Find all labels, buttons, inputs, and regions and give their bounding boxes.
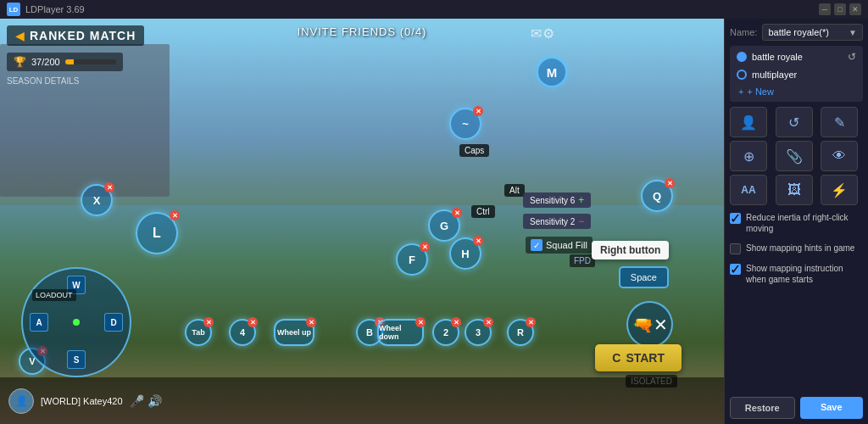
sensitivity-6-label: Sensitivity 6 + <box>523 192 591 208</box>
profile-select[interactable]: battle royale(*) ▼ <box>762 24 863 41</box>
score-fill <box>65 59 75 64</box>
close-tab-icon[interactable]: ✕ <box>203 317 214 327</box>
refresh-profile-icon[interactable]: ↺ <box>848 51 856 63</box>
weapon-circle[interactable]: 🔫 ✕ <box>626 301 673 348</box>
radio-multiplayer[interactable] <box>737 70 747 80</box>
profile-multiplayer[interactable]: multiplayer <box>733 68 860 81</box>
checkbox-reduce-inertia: ✓ Reduce inertia of right-click moving <box>730 210 863 236</box>
text-icon-cell[interactable]: AA <box>730 175 767 205</box>
l-key[interactable]: L ✕ <box>136 212 178 254</box>
icon-grid: 👤 ↺ ✎ ⊕ 📎 👁 AA 🖼 ⚡ <box>730 107 863 205</box>
alt-label: Alt <box>504 184 525 197</box>
squad-fill-checkbox[interactable]: ✓ <box>531 239 542 251</box>
save-button[interactable]: Save <box>800 397 864 419</box>
close-r-icon[interactable]: ✕ <box>526 317 536 327</box>
gear-icon[interactable]: ⚙ <box>542 25 563 46</box>
show-hints-checkbox[interactable] <box>730 243 741 254</box>
x-key[interactable]: X ✕ <box>81 184 113 216</box>
s-key[interactable]: S <box>67 350 86 369</box>
loadout-circle: W A S D <box>21 267 131 377</box>
invite-friends: INVITE FRIENDS (0/4) <box>298 25 427 38</box>
new-profile-button[interactable]: + + New <box>733 85 860 98</box>
m-key[interactable]: M <box>537 57 567 87</box>
close-q-icon[interactable]: ✕ <box>665 178 675 188</box>
profile-options: battle royale ↺ multiplayer + + New <box>730 46 863 102</box>
g-key[interactable]: G ✕ <box>428 209 460 242</box>
close-button[interactable]: ✕ <box>849 3 861 15</box>
battle-royale-label: battle royale <box>752 52 803 62</box>
bolt-icon-cell[interactable]: ⚡ <box>821 175 858 205</box>
caps-label: Caps <box>459 144 489 157</box>
c-start-button[interactable]: C START <box>595 344 682 371</box>
three-key[interactable]: 3 ✕ <box>465 319 492 346</box>
plus-icon: + <box>738 86 743 97</box>
reduce-inertia-label: Reduce inertia of right-click moving <box>746 212 863 234</box>
season-details: SEASON DETAILS <box>7 76 79 86</box>
f-key[interactable]: F ✕ <box>396 243 428 276</box>
four-key[interactable]: 4 ✕ <box>229 319 256 346</box>
close-x-icon[interactable]: ✕ <box>104 182 114 192</box>
checkbox-show-instruction: ✓ Show mapping instruction when game sta… <box>730 261 863 287</box>
show-instruction-checkbox[interactable]: ✓ <box>730 264 741 275</box>
weapon-icon: 🔫 <box>632 315 654 335</box>
right-panel: Name: battle royale(*) ▼ battle royale ↺… <box>724 19 868 424</box>
close-two-icon[interactable]: ✕ <box>451 317 461 327</box>
start-label: START <box>626 351 665 365</box>
close-g-icon[interactable]: ✕ <box>452 208 462 218</box>
close-four-icon[interactable]: ✕ <box>248 317 258 327</box>
game-header: ◀ RANKED MATCH <box>7 25 144 46</box>
close-weapon-icon[interactable]: ✕ <box>654 315 668 335</box>
clip-icon-cell[interactable]: 📎 <box>776 141 813 171</box>
restore-button[interactable]: Restore <box>730 397 795 419</box>
volume-icon[interactable]: 🔊 <box>147 394 162 408</box>
close-tilde-icon[interactable]: ✕ <box>473 106 483 116</box>
panel-footer: Restore Save <box>730 397 863 419</box>
close-l-icon[interactable]: ✕ <box>170 210 180 220</box>
h-key[interactable]: H ✕ <box>449 237 481 270</box>
envelope-icon[interactable]: ✉ <box>531 25 542 42</box>
close-wheeldown-icon[interactable]: ✕ <box>415 317 426 327</box>
d-key[interactable]: D <box>104 313 123 332</box>
crosshair-icon-cell[interactable]: ⊕ <box>730 141 767 171</box>
close-f-icon[interactable]: ✕ <box>420 242 430 252</box>
game-area: ◀ RANKED MATCH 🏆 37/200 SEASON DETAILS I… <box>0 19 724 424</box>
mic-icon[interactable]: 🎤 <box>130 394 144 408</box>
pencil-icon-cell[interactable]: ✎ <box>821 107 858 137</box>
titlebar: LD LDPlayer 3.69 ─ □ ✕ <box>0 0 868 19</box>
trophy-icon: 🏆 <box>14 56 26 68</box>
multiplayer-label: multiplayer <box>752 70 797 80</box>
close-wheelup-icon[interactable]: ✕ <box>306 317 316 327</box>
q-key[interactable]: Q ✕ <box>641 180 673 212</box>
tilde-key[interactable]: ~ ✕ <box>449 108 481 140</box>
wheel-down-key[interactable]: Wheel down ✕ <box>377 319 424 346</box>
squad-fill-row: ✓ Squad Fill <box>526 237 593 254</box>
minimize-button[interactable]: ─ <box>819 3 831 15</box>
hud-icons: 🎤 🔊 <box>130 394 162 408</box>
ranked-badge: ◀ RANKED MATCH <box>7 25 144 46</box>
r-key[interactable]: R ✕ <box>507 319 534 346</box>
close-h-icon[interactable]: ✕ <box>473 236 483 246</box>
maximize-button[interactable]: □ <box>834 3 846 15</box>
person-icon-cell[interactable]: 👤 <box>730 107 767 137</box>
profile-battle-royale[interactable]: battle royale ↺ <box>733 49 860 64</box>
eye-icon-cell[interactable]: 👁 <box>821 141 858 171</box>
selected-profile-text: battle royale(*) <box>768 27 829 37</box>
radio-battle-royale[interactable] <box>737 52 747 62</box>
window-controls: ─ □ ✕ <box>819 3 861 15</box>
minus-icon: − <box>578 215 584 227</box>
refresh-icon-cell[interactable]: ↺ <box>776 107 813 137</box>
wheel-up-key[interactable]: Wheel up ✕ <box>274 319 314 346</box>
a-key[interactable]: A <box>30 313 48 332</box>
player-avatar: 👤 <box>8 388 34 414</box>
image-icon-cell[interactable]: 🖼 <box>776 175 813 205</box>
close-three-icon[interactable]: ✕ <box>483 317 493 327</box>
app-logo: LD <box>7 3 20 16</box>
ctrl-label: Ctrl <box>471 205 495 218</box>
reduce-inertia-checkbox[interactable]: ✓ <box>730 213 741 224</box>
two-key[interactable]: 2 ✕ <box>432 319 459 346</box>
ranked-arrow-icon: ◀ <box>15 29 25 42</box>
space-key[interactable]: Space <box>619 266 669 288</box>
chevron-down-icon: ▼ <box>849 28 857 37</box>
app-title: LDPlayer 3.69 <box>25 4 85 14</box>
tab-key[interactable]: Tab ✕ <box>185 319 212 346</box>
